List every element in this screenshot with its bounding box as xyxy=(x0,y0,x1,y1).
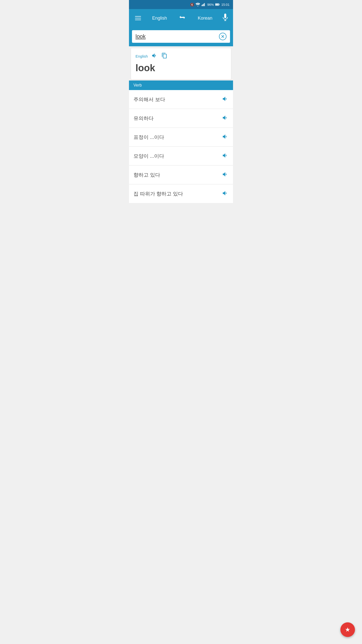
svg-rect-3 xyxy=(204,3,205,6)
source-card: English look xyxy=(131,48,231,79)
verb-section-label: Verb xyxy=(133,83,142,87)
wifi-icon xyxy=(196,3,200,6)
translation-item: 향하고 있다 xyxy=(129,166,233,184)
battery-icon xyxy=(215,3,220,6)
translation-text: 향하고 있다 xyxy=(133,172,160,178)
card-copy-button[interactable] xyxy=(161,53,167,60)
sound-button[interactable] xyxy=(222,171,229,179)
translation-item: 표정이 ...이다 xyxy=(129,128,233,147)
source-lang-label: English xyxy=(135,54,148,58)
clear-button[interactable] xyxy=(219,33,227,40)
search-input[interactable] xyxy=(135,33,217,40)
svg-rect-1 xyxy=(203,4,203,6)
target-language-button[interactable]: Korean xyxy=(198,16,212,21)
translation-text: 집 따위가 향하고 있다 xyxy=(133,190,183,197)
translation-text: 주의해서 보다 xyxy=(133,96,165,103)
sound-button[interactable] xyxy=(222,190,229,197)
svg-rect-5 xyxy=(219,4,220,5)
svg-rect-2 xyxy=(203,4,204,6)
svg-rect-7 xyxy=(224,14,226,18)
swap-languages-button[interactable] xyxy=(177,14,188,22)
status-bar: 🔇 96% 15:01 xyxy=(129,0,233,9)
nav-bar: English Korean xyxy=(129,9,233,27)
signal-icon xyxy=(202,3,206,6)
translation-text: 표정이 ...이다 xyxy=(133,134,164,141)
menu-button[interactable] xyxy=(134,15,142,21)
card-sound-button[interactable] xyxy=(151,52,158,60)
sound-button[interactable] xyxy=(222,152,229,160)
source-language-button[interactable]: English xyxy=(152,16,167,21)
translation-text: 모양이 ...이다 xyxy=(133,153,164,159)
source-card-header: English xyxy=(135,52,227,60)
translation-item: 모양이 ...이다 xyxy=(129,147,233,166)
sound-button[interactable] xyxy=(222,114,229,122)
microphone-button[interactable] xyxy=(222,14,228,23)
translation-item: 집 따위가 향하고 있다 xyxy=(129,184,233,203)
sound-button[interactable] xyxy=(222,133,229,141)
status-icons: 🔇 96% 15:01 xyxy=(190,3,230,7)
search-box xyxy=(132,30,230,43)
verb-section-header: Verb xyxy=(129,80,233,90)
source-word: look xyxy=(135,63,227,73)
search-container xyxy=(129,27,233,46)
sound-button[interactable] xyxy=(222,96,229,103)
translation-item: 주의해서 보다 xyxy=(129,90,233,109)
translation-item: 유의하다 xyxy=(129,109,233,128)
translation-text: 유의하다 xyxy=(133,115,154,122)
mute-icon: 🔇 xyxy=(190,3,194,7)
battery-text: 96% xyxy=(207,3,214,7)
time-text: 15:01 xyxy=(221,3,230,7)
translation-list: 주의해서 보다유의하다표정이 ...이다모양이 ...이다향하고 있다집 따위가… xyxy=(129,90,233,203)
svg-rect-0 xyxy=(202,5,202,6)
